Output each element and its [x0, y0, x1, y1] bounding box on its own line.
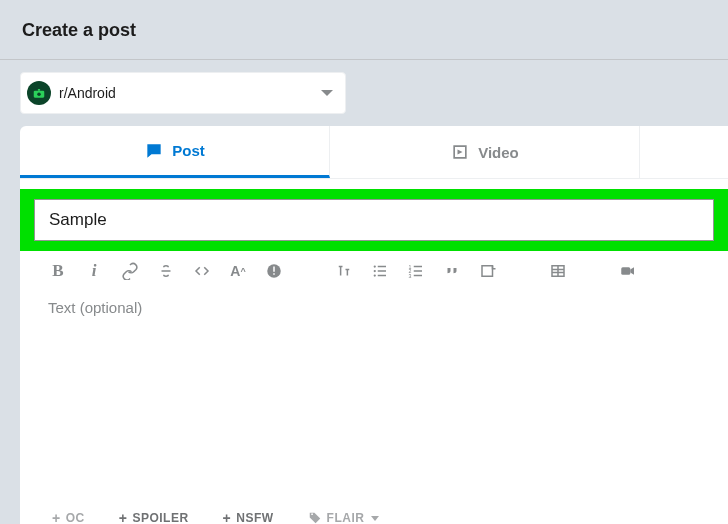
divider	[0, 59, 728, 60]
svg-rect-5	[273, 273, 275, 275]
tab-post-label: Post	[172, 142, 205, 159]
number-list-button[interactable]: 123	[406, 261, 426, 281]
create-post-card: Post Video B i A^ 123 Text (optional) +	[20, 126, 728, 524]
svg-point-8	[374, 274, 376, 276]
chevron-down-icon	[371, 516, 379, 521]
oc-button[interactable]: + OC	[42, 506, 95, 524]
community-selector[interactable]: r/Android	[20, 72, 346, 114]
spoiler-label: SPOILER	[132, 511, 188, 524]
tabs: Post Video	[20, 126, 728, 179]
chevron-down-icon	[321, 90, 333, 96]
svg-rect-12	[482, 266, 493, 277]
svg-point-1	[37, 92, 41, 96]
heading-button[interactable]	[334, 261, 354, 281]
title-highlight	[20, 189, 728, 251]
codeblock-button[interactable]	[478, 261, 498, 281]
formatting-toolbar: B i A^ 123	[20, 251, 728, 285]
svg-point-7	[374, 270, 376, 272]
spoiler-button[interactable]	[264, 261, 284, 281]
flair-button[interactable]: FLAIR	[298, 507, 390, 524]
bullet-list-button[interactable]	[370, 261, 390, 281]
link-button[interactable]	[120, 261, 140, 281]
superscript-button[interactable]: A^	[228, 261, 248, 281]
bold-button[interactable]: B	[48, 261, 68, 281]
plus-icon: +	[119, 510, 128, 524]
svg-text:3: 3	[409, 273, 412, 279]
plus-icon: +	[52, 510, 61, 524]
page-title: Create a post	[0, 0, 728, 59]
strikethrough-button[interactable]	[156, 261, 176, 281]
tab-post[interactable]: Post	[20, 126, 330, 178]
svg-point-6	[374, 265, 376, 267]
italic-button[interactable]: i	[84, 261, 104, 281]
tags-row: + OC + SPOILER + NSFW FLAIR	[42, 506, 389, 524]
plus-icon: +	[223, 510, 232, 524]
body-textarea[interactable]: Text (optional)	[20, 285, 728, 366]
community-icon	[27, 81, 51, 105]
video-insert-button[interactable]	[618, 261, 638, 281]
community-name: r/Android	[59, 85, 321, 101]
tab-video[interactable]: Video	[330, 126, 640, 178]
tab-video-label: Video	[478, 144, 519, 161]
svg-rect-14	[621, 267, 630, 275]
nsfw-label: NSFW	[236, 511, 273, 524]
svg-rect-2	[38, 89, 40, 91]
flair-label: FLAIR	[327, 511, 365, 524]
spoiler-tag-button[interactable]: + SPOILER	[109, 506, 199, 524]
code-button[interactable]	[192, 261, 212, 281]
title-input[interactable]	[34, 199, 714, 241]
svg-rect-4	[273, 267, 275, 272]
quote-button[interactable]	[442, 261, 462, 281]
video-icon	[450, 142, 470, 162]
oc-label: OC	[66, 511, 85, 524]
tag-icon	[308, 511, 322, 524]
post-icon	[144, 141, 164, 161]
body-placeholder: Text (optional)	[48, 299, 142, 316]
table-button[interactable]	[548, 261, 568, 281]
nsfw-button[interactable]: + NSFW	[213, 506, 284, 524]
